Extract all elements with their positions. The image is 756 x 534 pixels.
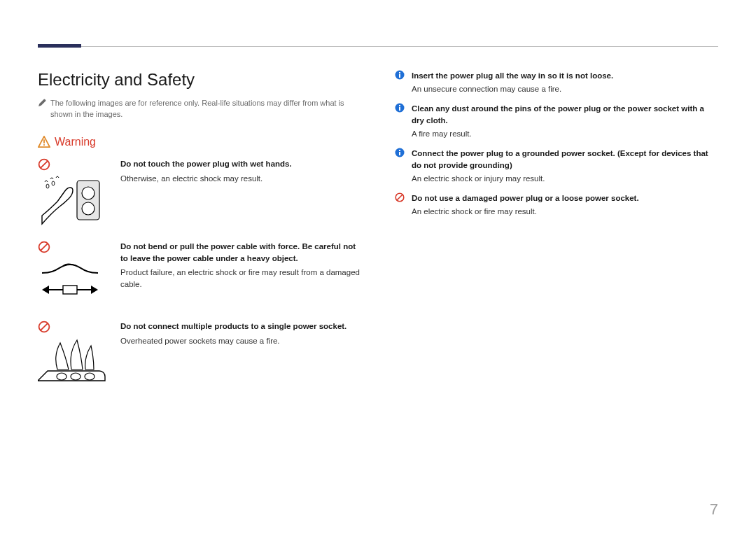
warning-item-visual	[38, 321, 113, 386]
svg-line-30	[397, 195, 402, 201]
warning-item-visual	[38, 158, 113, 228]
prohibit-item: Do not use a damaged power plug or a loo…	[395, 192, 718, 221]
warning-item: Do not touch the power plug with wet han…	[38, 158, 361, 228]
info-bold: Connect the power plug to a grounded pow…	[412, 148, 718, 171]
svg-rect-24	[399, 105, 400, 106]
info-sub: A fire may result.	[412, 128, 718, 140]
svg-rect-12	[63, 286, 77, 294]
warning-label: Warning	[55, 136, 96, 148]
top-rule	[38, 46, 718, 47]
svg-line-11	[41, 244, 48, 251]
info-bold: Clean any dust around the pins of the po…	[412, 103, 718, 126]
svg-point-6	[82, 187, 94, 199]
reference-note: The following images are for reference o…	[38, 98, 361, 120]
warning-item-text: Do not bend or pull the power cable with…	[120, 241, 361, 290]
svg-rect-21	[399, 72, 400, 73]
illustration-overheated-socket	[38, 337, 108, 386]
prohibit-icon	[395, 192, 405, 202]
warning-bold: Do not connect multiple products to a si…	[120, 321, 361, 332]
warning-item-text: Do not touch the power plug with wet han…	[120, 158, 361, 184]
page-number: 7	[710, 500, 718, 519]
info-item: Connect the power plug to a grounded pow…	[395, 148, 718, 188]
prohibit-sub: An electric shock or fire may result.	[412, 206, 718, 218]
info-item: Clean any dust around the pins of the po…	[395, 103, 718, 143]
warning-triangle-icon	[38, 136, 50, 148]
illustration-bent-cable	[38, 258, 102, 308]
warning-item-text: Do not connect multiple products to a si…	[120, 321, 361, 346]
right-column: Insert the power plug all the way in so …	[395, 70, 718, 399]
section-heading: Electricity and Safety	[38, 70, 361, 90]
illustration-wet-hand	[38, 175, 102, 228]
warning-sub: Otherwise, an electric shock may result.	[120, 173, 361, 185]
svg-rect-27	[399, 150, 400, 151]
svg-point-7	[82, 202, 94, 215]
svg-point-18	[71, 373, 80, 380]
top-accent-bar	[38, 44, 81, 48]
svg-rect-22	[399, 74, 400, 78]
info-sub: An unsecure connection may cause a fire.	[412, 83, 718, 95]
warning-item: Do not bend or pull the power cable with…	[38, 241, 361, 308]
svg-rect-2	[43, 144, 45, 146]
prohibit-item-text: Do not use a damaged power plug or a loo…	[412, 192, 718, 221]
svg-rect-25	[399, 107, 400, 111]
svg-marker-14	[91, 286, 98, 294]
prohibit-icon	[38, 241, 50, 253]
info-icon	[395, 148, 405, 157]
svg-point-17	[57, 373, 66, 380]
svg-rect-28	[399, 152, 400, 155]
warning-sub: Product failure, an electric shock or fi…	[120, 267, 361, 290]
info-bold: Insert the power plug all the way in so …	[412, 70, 718, 82]
svg-rect-1	[43, 139, 45, 143]
svg-point-19	[85, 373, 94, 380]
warning-item-visual	[38, 241, 113, 308]
content-area: Electricity and Safety The following ima…	[38, 70, 718, 399]
warning-heading: Warning	[38, 136, 361, 148]
svg-point-9	[52, 181, 55, 185]
warning-sub: Overheated power sockets may cause a fir…	[120, 335, 361, 347]
warning-bold: Do not bend or pull the power cable with…	[120, 241, 361, 264]
prohibit-icon	[38, 321, 50, 333]
svg-line-16	[41, 323, 48, 330]
left-column: Electricity and Safety The following ima…	[38, 70, 361, 399]
prohibit-icon	[38, 158, 50, 171]
svg-line-4	[41, 161, 48, 168]
svg-point-8	[46, 184, 49, 188]
info-sub: An electric shock or injury may result.	[412, 173, 718, 185]
info-item-text: Insert the power plug all the way in so …	[412, 70, 718, 99]
info-item-text: Clean any dust around the pins of the po…	[412, 103, 718, 143]
warning-item: Do not connect multiple products to a si…	[38, 321, 361, 386]
svg-marker-13	[42, 286, 49, 294]
warning-bold: Do not touch the power plug with wet han…	[120, 158, 361, 170]
note-icon	[38, 99, 46, 107]
info-item-text: Connect the power plug to a grounded pow…	[412, 148, 718, 188]
prohibit-bold: Do not use a damaged power plug or a loo…	[412, 192, 718, 204]
note-text: The following images are for reference o…	[50, 98, 361, 120]
info-icon	[395, 70, 405, 80]
info-icon	[395, 103, 405, 113]
info-item: Insert the power plug all the way in so …	[395, 70, 718, 99]
